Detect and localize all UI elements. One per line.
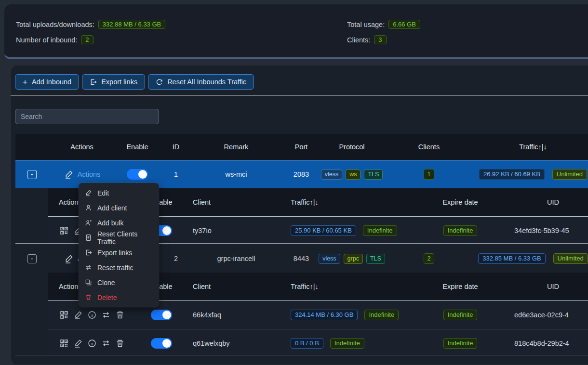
toolbar: + Add Inbound Export links Reset All Inb… [15,74,254,90]
qrcode-icon[interactable] [59,310,69,320]
menu-item-edit[interactable]: Edit [79,185,159,200]
edit-pencil-icon [64,254,74,264]
client-col-traffic-sort[interactable]: Traffic↑|↓ [287,283,410,290]
menu-item-clone[interactable]: Clone [79,275,159,290]
client-quota-badge: Indefinite [330,338,364,349]
uploads-downloads-value: 332.88 MB / 6.33 GB [98,20,165,29]
traffic-badge: 332.85 MB / 6.33 GB [478,253,545,264]
client-expire-badge: Indefinite [443,225,478,236]
client-quota-badge: Indefinite [364,310,399,320]
transport-tag: ws [346,169,361,180]
table-header-row: Actions Enable ID Remark Port Protocol C… [15,134,588,160]
menu-item-add-bulk[interactable]: Add bulk [79,215,159,230]
user-icon [85,204,92,211]
client-row-q61welxqby: q61welxqby 0 B / 0 B Indefinite Indefini… [48,329,588,357]
client-quota-badge: Indefinite [363,225,397,236]
col-header-enable: Enable [116,143,159,151]
menu-item-label: Edit [97,189,109,197]
divider [11,95,588,96]
col-header-remark: Remark [193,143,280,151]
reset-client-traffic-icon[interactable] [101,310,111,320]
clients-count-label: Clients: [347,36,370,44]
col-header-traffic-sort[interactable]: Traffic↑|↓ [463,143,588,151]
stats-left-column: Total uploads/downloads: 332.88 MB / 6.3… [16,19,165,45]
menu-item-reset-traffic[interactable]: Reset traffic [79,260,159,275]
menu-item-label: Export links [97,249,132,257]
menu-item-reset-clients-traffic[interactable]: Reset Clients Traffic [79,230,159,245]
divider [15,355,588,355]
inbound-remark: grpc-irancell [193,255,280,262]
reset-all-traffic-button[interactable]: Reset All Inbounds Traffic [148,74,254,90]
delete-client-icon[interactable] [115,310,125,320]
reset-client-traffic-icon[interactable] [101,338,111,349]
edit-client-icon[interactable] [73,338,83,349]
export-icon [90,78,97,86]
col-header-clients: Clients [395,143,463,151]
client-col-client: Client [188,198,287,206]
col-header-port: Port [280,143,323,151]
traffic-badge: 26.92 KB / 60.69 KB [479,169,545,180]
client-info-icon[interactable] [87,310,97,320]
collapse-row-button[interactable]: - [27,254,37,263]
plus-icon: + [23,78,27,86]
edit-client-icon[interactable] [73,310,83,320]
stats-panel: Total uploads/downloads: 332.88 MB / 6.3… [4,4,588,59]
menu-item-label: Reset traffic [97,264,133,272]
client-enable-toggle[interactable] [151,310,172,320]
edit-icon [85,189,92,196]
clients-count-badge: 2 [424,253,434,264]
client-traffic-badge: 0 B / 0 B [291,338,323,349]
add-inbound-label: Add Inbound [32,78,71,86]
inbound-remark: ws-mci [193,170,280,178]
client-enable-toggle[interactable] [151,338,172,349]
client-uid: 818c4b8d-29b2-4 [511,339,588,347]
traffic-limit-badge: Unlimited [552,169,587,180]
reset-all-traffic-label: Reset All Inbounds Traffic [167,78,246,86]
inbound-count-value: 2 [81,35,93,44]
enable-toggle[interactable] [127,169,148,180]
clients-count-badge: 1 [424,169,434,180]
menu-item-label: Clone [97,279,115,287]
inbound-port: 8443 [280,255,323,262]
menu-item-label: Delete [97,294,117,301]
actions-link-label: Actions [78,170,101,178]
trash-icon [85,294,92,301]
clone-icon [85,279,92,286]
client-name: ty37io [188,227,287,235]
user-plus-icon [85,219,92,226]
menu-item-export-links[interactable]: Export links [79,245,159,260]
export-links-label: Export links [101,78,137,86]
client-info-icon[interactable] [87,338,97,349]
inbound-count-label: Number of inbound: [16,36,77,44]
inbound-id: 1 [159,170,193,178]
qrcode-icon[interactable] [59,225,69,236]
col-header-protocol: Protocol [323,143,395,151]
security-tag: TLS [366,254,385,264]
export-links-button[interactable]: Export links [82,74,145,90]
menu-item-delete[interactable]: Delete [79,290,159,305]
add-inbound-button[interactable]: + Add Inbound [15,74,79,90]
menu-item-add-client[interactable]: Add client [79,200,159,215]
delete-client-icon[interactable] [115,338,125,349]
col-header-id: ID [159,143,193,151]
client-col-traffic-sort[interactable]: Traffic↑|↓ [287,198,410,206]
collapse-row-button[interactable]: - [27,170,37,179]
edit-pencil-icon [64,169,74,180]
row-actions-dropdown[interactable]: Actions [64,169,101,180]
swap-arrows-icon [85,264,92,271]
security-tag: TLS [364,169,383,180]
client-col-expire: Expire date [410,198,511,206]
file-icon [85,234,92,241]
inbound-port: 2083 [280,170,323,178]
client-name: 66k4xfaq [188,311,287,319]
protocol-tag: vless [321,169,342,180]
client-uid: ed6e3ace-02c9-4 [511,311,588,319]
menu-item-label: Add client [97,204,127,212]
total-usage-value: 6.66 GB [388,20,420,29]
search-input[interactable] [15,109,159,124]
client-traffic-badge: 324.14 MB / 6.30 GB [291,310,358,320]
actions-context-menu: Edit Add client Add bulk Reset Clients T… [79,183,159,307]
client-uid: 34efd3fc-5b39-45 [511,227,588,235]
qrcode-icon[interactable] [59,338,69,349]
client-col-expire: Expire date [410,283,511,290]
